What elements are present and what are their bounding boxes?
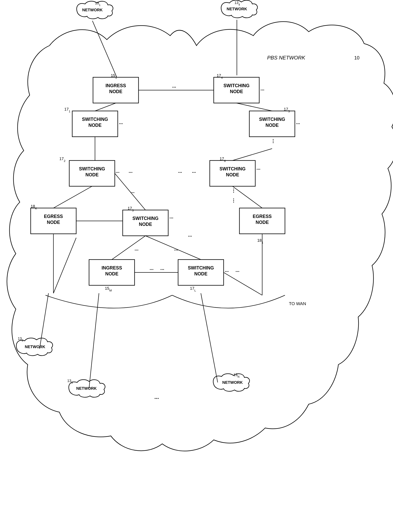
svg-line-12 — [145, 236, 201, 260]
svg-line-10 — [232, 186, 262, 208]
switching-node-2-label2: NODE — [85, 172, 98, 177]
switching-node-4-label2: NODE — [230, 89, 243, 94]
dots-sw4-right: ··· — [260, 87, 264, 93]
ingress-node-m-label: INGRESS — [102, 265, 122, 271]
network-cloud-4: NETWORK 134 — [221, 0, 257, 18]
network-label-3: NETWORK — [76, 386, 97, 391]
network-label-2: NETWORK — [25, 345, 45, 349]
svg-line-15 — [54, 238, 76, 293]
to-wan-label: TO WAN — [289, 301, 306, 306]
switching-node-4-label: SWITCHING — [223, 83, 250, 88]
network-cloud-n: NETWORK 13N — [213, 373, 250, 391]
dots-above-egress1: ⋮ — [231, 198, 236, 203]
pbs-network-id: 10 — [354, 55, 359, 60]
network-cloud-2: NETWORK 132 — [16, 337, 53, 356]
ingress-node-1-label2: NODE — [109, 89, 122, 94]
dots-1: ··· — [172, 84, 176, 90]
switching-node-5-label: SWITCHING — [259, 117, 285, 122]
egress-node-1-label2: NODE — [256, 220, 269, 225]
switching-node-1-label2: NODE — [88, 123, 102, 128]
network-label-4: NETWORK — [226, 7, 247, 11]
dots-sw3-down-diag: ··· — [188, 233, 192, 239]
dots-sw5-down: ⋮ — [271, 138, 275, 144]
ingress-node-m-id: 15M — [105, 286, 112, 292]
dots-sw1-right: ··· — [119, 121, 123, 126]
svg-line-8 — [115, 173, 145, 210]
svg-line-3 — [236, 103, 272, 111]
svg-line-19 — [89, 293, 99, 388]
switching-node-2-id: 172 — [59, 156, 65, 162]
egress-node-k-label2: NODE — [47, 220, 60, 225]
pbs-network-label: PBS NETWORK — [267, 55, 305, 61]
dots-sw5-right: ··· — [296, 121, 300, 126]
switching-node-6-label: SWITCHING — [219, 166, 246, 171]
network-cloud-3: NETWORK 133 — [67, 379, 105, 397]
switching-node-2-label: SWITCHING — [79, 166, 105, 171]
egress-node-k-label: EGRESS — [44, 214, 63, 219]
dots-sw3-swl: ··· — [174, 247, 178, 253]
switching-node-3-label: SWITCHING — [132, 216, 158, 221]
dots-sw6-right: ··· — [256, 166, 260, 172]
dots-sw3-ingressm: ··· — [135, 247, 138, 253]
dots-ingm-swl1: ··· — [150, 267, 153, 272]
svg-line-6 — [232, 149, 272, 161]
dots-sw2-right1: ··· — [116, 170, 119, 175]
switching-node-1-label: SWITCHING — [82, 117, 108, 122]
ingress-node-1-label: INGRESS — [105, 83, 126, 88]
dots-sw2-right2: ··· — [129, 170, 133, 175]
dots-sw6-down: ⋮ — [231, 188, 236, 193]
svg-line-17 — [224, 272, 262, 295]
switching-node-3-label2: NODE — [139, 222, 152, 227]
dots-sw6-left2: ··· — [192, 170, 196, 175]
svg-line-0 — [92, 21, 117, 77]
switching-node-1-id: 171 — [64, 107, 70, 113]
network-cloud-1: NETWORK 131 — [77, 1, 113, 19]
switching-node-l-label2: NODE — [194, 271, 207, 276]
svg-line-11 — [112, 236, 145, 260]
dots-sw6-left1: ··· — [178, 170, 182, 175]
svg-line-4 — [95, 103, 116, 111]
dots-swl-right2: ··· — [236, 269, 240, 274]
dots-ingm-swl2: ··· — [160, 267, 164, 272]
dots-sw3-right: ··· — [169, 215, 173, 221]
dots-sw2-sw3: ··· — [131, 190, 135, 195]
network-label-1: NETWORK — [82, 8, 103, 12]
network-label-n: NETWORK — [222, 380, 243, 385]
ingress-node-m-label2: NODE — [105, 271, 118, 276]
switching-node-6-label2: NODE — [226, 172, 239, 177]
svg-line-7 — [54, 186, 92, 208]
switching-node-l-label: SWITCHING — [188, 265, 214, 271]
egress-node-1-label: EGRESS — [253, 214, 272, 219]
switching-node-5-label2: NODE — [265, 123, 279, 128]
dots-bottom-center: ··· — [154, 395, 159, 402]
switching-node-l-id: 17L — [190, 286, 196, 292]
